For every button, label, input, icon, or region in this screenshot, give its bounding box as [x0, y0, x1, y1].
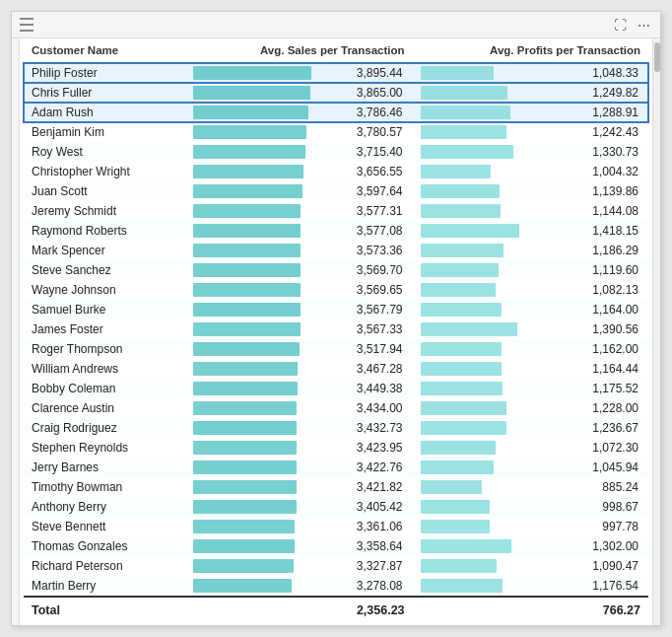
cell-customer-name: Steve Bennett — [24, 517, 185, 536]
table-row[interactable]: Jerry Barnes 3,422.76 1,045.94 — [24, 458, 648, 477]
expand-icon[interactable]: ⛶ — [611, 16, 629, 34]
cell-avg-profits: 1,288.91 — [413, 103, 648, 122]
table-row[interactable]: Martin Berry 3,278.08 1,176.54 — [24, 576, 648, 597]
cell-customer-name: Wayne Johnson — [24, 280, 185, 300]
cell-avg-sales: 3,358.64 — [185, 536, 412, 556]
table-row[interactable]: Wayne Johnson 3,569.65 1,082.13 — [24, 280, 648, 300]
cell-avg-profits: 885.24 — [413, 477, 648, 497]
cell-customer-name: Craig Rodriguez — [24, 418, 185, 438]
cell-avg-profits: 1,164.00 — [413, 300, 648, 319]
menu-icon[interactable] — [20, 16, 34, 34]
table-row[interactable]: Samuel Burke 3,567.79 1,164.00 — [24, 300, 648, 319]
cell-customer-name: Jerry Barnes — [24, 458, 185, 477]
cell-avg-profits: 1,144.08 — [413, 201, 648, 221]
cell-avg-sales: 3,573.36 — [185, 241, 412, 260]
cell-avg-sales: 3,423.95 — [185, 438, 412, 458]
scrollbar[interactable] — [652, 38, 660, 625]
cell-avg-profits: 1,228.00 — [413, 398, 648, 418]
table-row[interactable]: Thomas Gonzales 3,358.64 1,302.00 — [24, 536, 648, 556]
cell-avg-profits: 1,082.13 — [413, 280, 648, 300]
cell-customer-name: Richard Peterson — [24, 556, 185, 576]
table-footer-row: Total 2,356.23 766.27 — [24, 597, 648, 623]
table-row[interactable]: Clarence Austin 3,434.00 1,228.00 — [24, 398, 648, 418]
cell-avg-profits: 997.78 — [413, 517, 648, 536]
table-row[interactable]: Timothy Bowman 3,421.82 885.24 — [24, 477, 648, 497]
cell-avg-sales: 3,569.70 — [185, 260, 412, 280]
cell-avg-profits: 1,048.33 — [413, 63, 648, 84]
table-row[interactable]: Jeremy Schmidt 3,577.31 1,144.08 — [24, 201, 648, 221]
table-row[interactable]: Raymond Roberts 3,577.08 1,418.15 — [24, 221, 648, 241]
cell-customer-name: Adam Rush — [24, 103, 185, 122]
cell-avg-profits: 1,175.52 — [413, 379, 648, 398]
cell-avg-profits: 1,242.43 — [413, 122, 648, 142]
cell-avg-sales: 3,517.94 — [185, 339, 412, 359]
cell-customer-name: Roger Thompson — [24, 339, 185, 359]
cell-avg-sales: 3,422.76 — [185, 458, 412, 477]
cell-avg-sales: 3,569.65 — [185, 280, 412, 300]
cell-avg-profits: 1,302.00 — [413, 536, 648, 556]
cell-avg-sales: 3,865.00 — [185, 83, 412, 103]
title-bar: ⛶ ⋯ — [12, 12, 660, 38]
cell-avg-sales: 3,327.87 — [185, 556, 412, 576]
cell-customer-name: Jeremy Schmidt — [24, 201, 185, 221]
cell-avg-profits: 1,186.29 — [413, 241, 648, 260]
table-row[interactable]: Philip Foster 3,895.44 1,048.33 — [24, 63, 648, 84]
cell-customer-name: Mark Spencer — [24, 241, 185, 260]
cell-customer-name: Samuel Burke — [24, 300, 185, 319]
cell-avg-sales: 3,715.40 — [185, 142, 412, 162]
table-row[interactable]: Anthony Berry 3,405.42 998.67 — [24, 497, 648, 517]
cell-avg-profits: 1,119.60 — [413, 260, 648, 280]
footer-avg-sales: 2,356.23 — [185, 597, 412, 623]
table-row[interactable]: Christopher Wright 3,656.55 1,004.32 — [24, 162, 648, 181]
cell-customer-name: Clarence Austin — [24, 398, 185, 418]
cell-avg-sales: 3,577.31 — [185, 201, 412, 221]
table-row[interactable]: Chris Fuller 3,865.00 1,249.82 — [24, 83, 648, 103]
cell-avg-profits: 1,162.00 — [413, 339, 648, 359]
main-window: ⛶ ⋯ Customer Name Avg. Sales per Transac… — [11, 11, 661, 626]
cell-customer-name: Martin Berry — [24, 576, 185, 597]
data-table: Customer Name Avg. Sales per Transaction… — [24, 38, 648, 623]
table-row[interactable]: Steve Bennett 3,361.06 997.78 — [24, 517, 648, 536]
table-row[interactable]: Benjamin Kim 3,780.57 1,242.43 — [24, 122, 648, 142]
cell-avg-sales: 3,656.55 — [185, 162, 412, 181]
table-row[interactable]: Roy West 3,715.40 1,330.73 — [24, 142, 648, 162]
table-row[interactable]: Bobby Coleman 3,449.38 1,175.52 — [24, 379, 648, 398]
cell-avg-sales: 3,421.82 — [185, 477, 412, 497]
cell-customer-name: Christopher Wright — [24, 162, 185, 181]
cell-customer-name: Benjamin Kim — [24, 122, 185, 142]
cell-customer-name: Chris Fuller — [24, 83, 185, 103]
table-row[interactable]: Stephen Reynolds 3,423.95 1,072.30 — [24, 438, 648, 458]
more-options-icon[interactable]: ⋯ — [635, 16, 652, 34]
table-container[interactable]: Customer Name Avg. Sales per Transaction… — [20, 38, 652, 625]
cell-avg-profits: 1,090.47 — [413, 556, 648, 576]
table-row[interactable]: William Andrews 3,467.28 1,164.44 — [24, 359, 648, 379]
cell-customer-name: Bobby Coleman — [24, 379, 185, 398]
cell-customer-name: Raymond Roberts — [24, 221, 185, 241]
cell-customer-name: William Andrews — [24, 359, 185, 379]
cell-avg-profits: 1,236.67 — [413, 418, 648, 438]
table-row[interactable]: James Foster 3,567.33 1,390.56 — [24, 319, 648, 339]
cell-avg-profits: 1,072.30 — [413, 438, 648, 458]
table-row[interactable]: Mark Spencer 3,573.36 1,186.29 — [24, 241, 648, 260]
cell-avg-profits: 1,004.32 — [413, 162, 648, 181]
cell-avg-sales: 3,361.06 — [185, 517, 412, 536]
cell-avg-profits: 1,045.94 — [413, 458, 648, 477]
table-row[interactable]: Richard Peterson 3,327.87 1,090.47 — [24, 556, 648, 576]
cell-avg-sales: 3,434.00 — [185, 398, 412, 418]
table-row[interactable]: Steve Sanchez 3,569.70 1,119.60 — [24, 260, 648, 280]
table-row[interactable]: Adam Rush 3,786.46 1,288.91 — [24, 103, 648, 122]
cell-avg-sales: 3,432.73 — [185, 418, 412, 438]
table-row[interactable]: Roger Thompson 3,517.94 1,162.00 — [24, 339, 648, 359]
cell-customer-name: Steve Sanchez — [24, 260, 185, 280]
footer-label: Total — [24, 597, 185, 623]
table-row[interactable]: Juan Scott 3,597.64 1,139.86 — [24, 181, 648, 201]
scrollbar-thumb[interactable] — [654, 42, 660, 72]
table-row[interactable]: Craig Rodriguez 3,432.73 1,236.67 — [24, 418, 648, 438]
left-indicator — [12, 38, 20, 625]
cell-avg-sales: 3,405.42 — [185, 497, 412, 517]
main-content: Customer Name Avg. Sales per Transaction… — [12, 38, 660, 625]
title-bar-center — [20, 16, 34, 34]
cell-avg-profits: 1,418.15 — [413, 221, 648, 241]
cell-avg-profits: 1,330.73 — [413, 142, 648, 162]
cell-avg-profits: 1,249.82 — [413, 83, 648, 103]
